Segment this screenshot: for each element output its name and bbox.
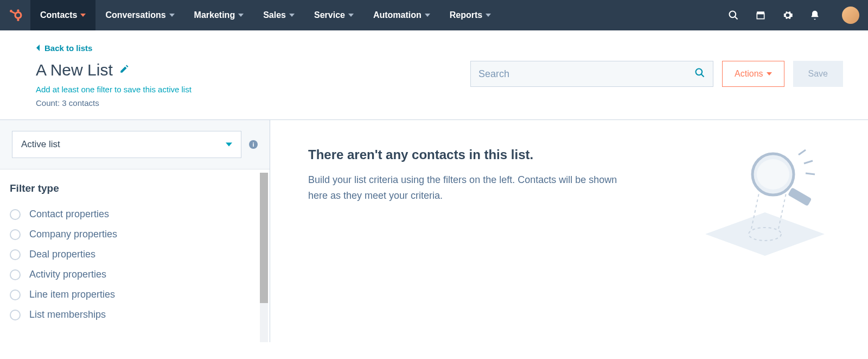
- scrollbar-thumb[interactable]: [260, 173, 268, 303]
- filter-label: Company properties: [29, 229, 117, 240]
- caret-down-icon: [425, 10, 430, 20]
- chevron-left-icon: [36, 43, 40, 53]
- magnifier-illustration: [700, 147, 830, 256]
- filter-option-activity-properties[interactable]: Activity properties: [10, 264, 260, 285]
- filter-option-company-properties[interactable]: Company properties: [10, 224, 260, 244]
- svg-line-6: [735, 17, 738, 20]
- count-text: Count: 3 contacts: [36, 98, 868, 108]
- caret-down-icon: [486, 10, 491, 20]
- radio-icon: [10, 310, 21, 320]
- radio-icon: [10, 209, 21, 220]
- actions-button[interactable]: Actions: [722, 61, 784, 87]
- nav-label: Contacts: [40, 10, 77, 20]
- empty-title: There aren't any contacts in this list.: [308, 147, 623, 162]
- marketplace-icon[interactable]: [755, 10, 766, 21]
- info-icon[interactable]: i: [249, 140, 258, 149]
- back-label: Back to lists: [44, 43, 92, 53]
- avatar[interactable]: [842, 7, 859, 24]
- nav-reports[interactable]: Reports: [440, 0, 501, 30]
- caret-down-icon: [348, 10, 354, 20]
- back-link[interactable]: Back to lists: [36, 43, 92, 53]
- radio-icon: [10, 289, 21, 300]
- nav-sales[interactable]: Sales: [253, 0, 304, 30]
- filter-label: Deal properties: [29, 249, 95, 260]
- filter-option-contact-properties[interactable]: Contact properties: [10, 204, 260, 224]
- svg-point-5: [730, 11, 736, 18]
- svg-line-9: [701, 74, 704, 77]
- filter-label: Activity properties: [29, 269, 106, 280]
- filter-label: Line item properties: [29, 289, 115, 300]
- sidebar-top: Active list i: [0, 120, 270, 169]
- save-button[interactable]: Save: [793, 61, 843, 87]
- nav-label: Reports: [450, 10, 482, 20]
- nav-label: Sales: [263, 10, 286, 20]
- page-header: Back to lists A New List Add at least on…: [0, 30, 868, 119]
- nav-conversations[interactable]: Conversations: [95, 0, 184, 30]
- gear-icon[interactable]: [782, 10, 793, 21]
- search-icon[interactable]: [694, 67, 705, 80]
- search-box[interactable]: [470, 61, 713, 87]
- nav-marketing[interactable]: Marketing: [184, 0, 254, 30]
- search-input[interactable]: [478, 68, 694, 80]
- caret-down-icon: [767, 71, 772, 77]
- scrollbar[interactable]: [260, 173, 268, 342]
- svg-line-17: [806, 173, 815, 174]
- radio-icon: [10, 249, 21, 260]
- nav-label: Marketing: [194, 10, 235, 20]
- filter-label: List memberships: [29, 309, 106, 320]
- svg-marker-10: [705, 212, 825, 256]
- nav-service[interactable]: Service: [304, 0, 363, 30]
- filter-option-line-item-properties[interactable]: Line item properties: [10, 285, 260, 305]
- search-icon[interactable]: [728, 10, 739, 21]
- nav-label: Conversations: [105, 10, 165, 20]
- filter-option-deal-properties[interactable]: Deal properties: [10, 244, 260, 264]
- page-title: A New List: [36, 61, 113, 79]
- radio-icon: [10, 269, 21, 280]
- caret-down-icon: [169, 10, 175, 20]
- nav-utility-icons: [728, 10, 831, 21]
- top-nav: Contacts Conversations Marketing Sales S…: [0, 0, 868, 30]
- actions-label: Actions: [735, 69, 763, 79]
- empty-state: There aren't any contacts in this list. …: [270, 120, 868, 342]
- nav-automation[interactable]: Automation: [363, 0, 440, 30]
- filter-label: Contact properties: [29, 209, 109, 220]
- list-type-label: Active list: [21, 139, 60, 150]
- nav-label: Service: [314, 10, 345, 20]
- pencil-icon[interactable]: [119, 64, 129, 76]
- hubspot-logo[interactable]: [0, 0, 30, 30]
- filter-option-list-memberships[interactable]: List memberships: [10, 305, 260, 325]
- filter-section: Filter type Contact properties Company p…: [0, 169, 270, 342]
- svg-line-16: [804, 161, 813, 163]
- nav-contacts[interactable]: Contacts: [30, 0, 95, 30]
- svg-point-3: [17, 19, 19, 21]
- radio-icon: [10, 229, 21, 240]
- nav-label: Automation: [373, 10, 422, 20]
- list-type-select[interactable]: Active list: [12, 131, 241, 158]
- svg-rect-7: [757, 14, 764, 19]
- svg-point-8: [696, 69, 703, 75]
- bell-icon[interactable]: [809, 10, 820, 21]
- caret-down-icon: [238, 10, 244, 20]
- svg-point-13: [757, 159, 789, 190]
- sidebar: Active list i Filter type Contact proper…: [0, 120, 270, 342]
- svg-line-15: [799, 150, 806, 155]
- svg-point-1: [17, 9, 19, 11]
- svg-rect-14: [788, 187, 812, 206]
- caret-down-icon: [226, 141, 232, 148]
- caret-down-icon: [80, 10, 86, 20]
- body-area: Active list i Filter type Contact proper…: [0, 119, 868, 342]
- empty-desc: Build your list criteria using the filte…: [308, 172, 623, 204]
- filter-heading: Filter type: [10, 182, 260, 194]
- nav-items: Contacts Conversations Marketing Sales S…: [30, 0, 501, 30]
- caret-down-icon: [289, 10, 295, 20]
